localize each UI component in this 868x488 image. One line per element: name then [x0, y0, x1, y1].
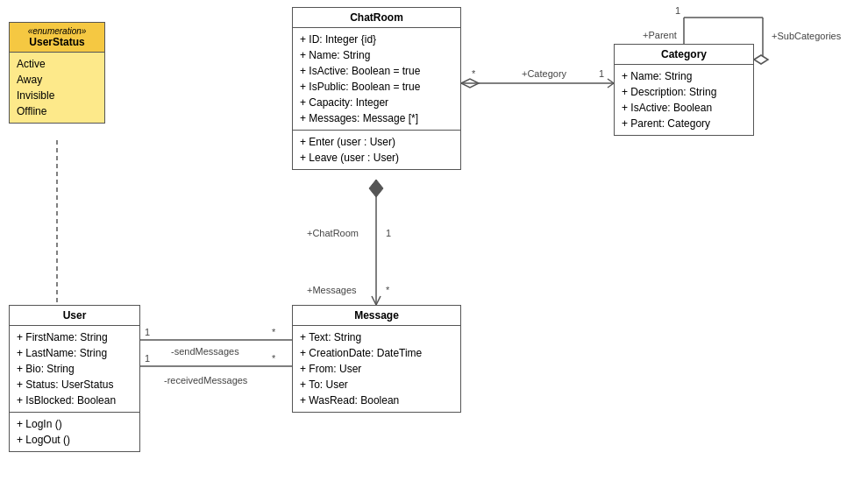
- svg-text:+Messages: +Messages: [307, 285, 357, 295]
- chatroom-box: ChatRoom + ID: Integer {id} + Name: Stri…: [292, 7, 461, 170]
- user-attributes: + FirstName: String + LastName: String +…: [10, 326, 139, 413]
- literal-offline: Offline: [17, 103, 97, 119]
- userstatus-literals: Active Away Invisible Offline: [10, 53, 104, 123]
- svg-text:+SubCategories: +SubCategories: [772, 31, 842, 41]
- userstatus-name: UserStatus: [29, 36, 84, 48]
- user-name: User: [63, 309, 87, 322]
- svg-text:*: *: [472, 68, 476, 79]
- svg-line-4: [608, 83, 614, 88]
- user-attr-3: + Status: UserStatus: [17, 377, 132, 393]
- svg-text:1: 1: [145, 327, 150, 337]
- chatroom-attr-3: + IsPublic: Boolean = true: [300, 79, 453, 95]
- user-attr-2: + Bio: String: [17, 361, 132, 377]
- svg-text:1: 1: [599, 68, 604, 79]
- svg-text:*: *: [386, 285, 390, 295]
- userstatus-stereotype: «enumeration»: [17, 26, 97, 36]
- chatroom-attributes: + ID: Integer {id} + Name: String + IsAc…: [293, 28, 460, 131]
- category-attributes: + Name: String + Description: String + I…: [615, 65, 753, 135]
- chatroom-attr-2: + IsActive: Boolean = true: [300, 63, 453, 79]
- message-attr-2: + From: User: [300, 361, 453, 377]
- user-box: User + FirstName: String + LastName: Str…: [9, 305, 140, 452]
- svg-text:*: *: [272, 353, 276, 364]
- category-attr-1: + Description: String: [622, 84, 746, 100]
- category-name: Category: [661, 48, 707, 60]
- svg-marker-2: [461, 79, 479, 88]
- message-attr-1: + CreationDate: DateTime: [300, 345, 453, 361]
- chatroom-method-0: + Enter (user : User): [300, 134, 453, 150]
- chatroom-header: ChatRoom: [293, 8, 460, 28]
- userstatus-box: «enumeration» UserStatus Active Away Inv…: [9, 22, 105, 124]
- svg-line-20: [376, 296, 381, 305]
- user-attr-4: + IsBlocked: Boolean: [17, 393, 132, 408]
- category-attr-2: + IsActive: Boolean: [622, 100, 746, 116]
- message-header: Message: [293, 306, 460, 326]
- chatroom-attr-1: + Name: String: [300, 47, 453, 63]
- svg-text:+Category: +Category: [522, 68, 567, 79]
- user-methods: + LogIn () + LogOut (): [10, 413, 139, 451]
- category-box: Category + Name: String + Description: S…: [614, 44, 754, 136]
- chatroom-method-1: + Leave (user : User): [300, 150, 453, 166]
- svg-text:+ChatRoom: +ChatRoom: [307, 228, 359, 238]
- category-attr-3: + Parent: Category: [622, 116, 746, 131]
- category-header: Category: [615, 45, 753, 65]
- message-box: Message + Text: String + CreationDate: D…: [292, 305, 461, 413]
- literal-invisible: Invisible: [17, 88, 97, 103]
- svg-text:1: 1: [675, 5, 680, 16]
- user-attr-1: + LastName: String: [17, 345, 132, 361]
- chatroom-attr-5: + Messages: Message [*]: [300, 110, 453, 126]
- svg-marker-12: [754, 55, 768, 64]
- user-method-0: + LogIn (): [17, 416, 132, 432]
- svg-text:1: 1: [145, 353, 150, 364]
- user-attr-0: + FirstName: String: [17, 329, 132, 345]
- svg-text:+Parent: +Parent: [643, 30, 677, 40]
- message-attributes: + Text: String + CreationDate: DateTime …: [293, 326, 460, 412]
- literal-away: Away: [17, 72, 97, 88]
- chatroom-name: ChatRoom: [350, 11, 403, 24]
- svg-text:1: 1: [386, 228, 391, 238]
- svg-text:-sendMessages: -sendMessages: [171, 346, 239, 357]
- svg-line-19: [372, 296, 376, 305]
- chatroom-attr-4: + Capacity: Integer: [300, 95, 453, 110]
- chatroom-methods: + Enter (user : User) + Leave (user : Us…: [293, 131, 460, 169]
- userstatus-header: «enumeration» UserStatus: [10, 23, 104, 53]
- message-name: Message: [354, 309, 399, 322]
- message-attr-3: + To: User: [300, 377, 453, 393]
- literal-active: Active: [17, 56, 97, 72]
- svg-marker-18: [369, 180, 383, 197]
- diagram-container: +Category * 1 +SubCategories 1 * +Parent…: [0, 0, 868, 488]
- user-method-1: + LogOut (): [17, 432, 132, 448]
- chatroom-attr-0: + ID: Integer {id}: [300, 32, 453, 47]
- message-attr-0: + Text: String: [300, 329, 453, 345]
- svg-text:-receivedMessages: -receivedMessages: [164, 375, 248, 385]
- svg-text:*: *: [272, 327, 276, 337]
- user-header: User: [10, 306, 139, 326]
- message-attr-4: + WasRead: Boolean: [300, 393, 453, 408]
- category-attr-0: + Name: String: [622, 68, 746, 84]
- svg-line-3: [608, 79, 614, 83]
